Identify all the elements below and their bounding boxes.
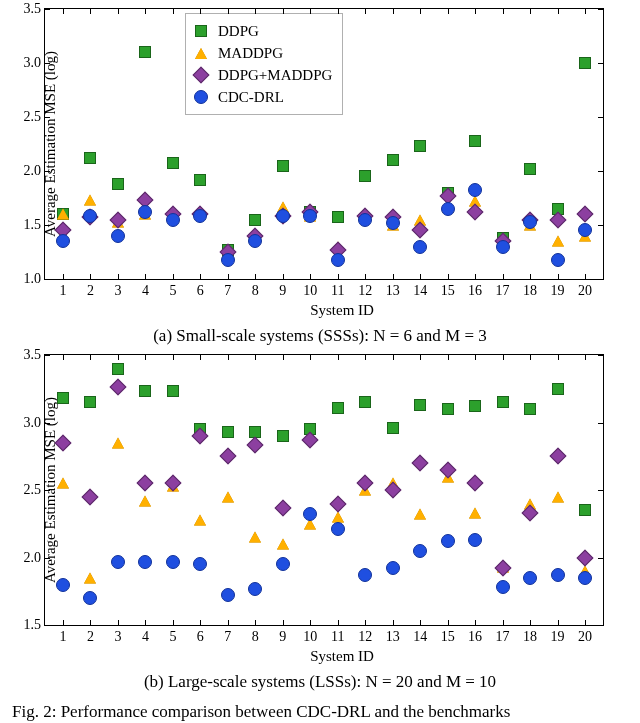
xtick-label: 6	[186, 629, 214, 645]
xtick-label: 19	[544, 629, 572, 645]
data-point	[221, 253, 235, 267]
data-point	[331, 253, 345, 267]
data-point	[247, 437, 264, 454]
legend-maddpg: MADDPG	[218, 45, 283, 62]
data-point	[249, 532, 261, 543]
data-point	[166, 555, 180, 569]
xtick-label: 15	[434, 629, 462, 645]
ytick-label: 2.5	[0, 109, 41, 125]
xtick-label: 6	[186, 283, 214, 299]
ytick-label: 3.5	[0, 1, 41, 17]
data-point	[57, 209, 69, 220]
xtick-label: 7	[214, 283, 242, 299]
data-point	[82, 488, 99, 505]
xtick-label: 2	[76, 283, 104, 299]
data-point	[386, 561, 400, 575]
data-point	[497, 396, 509, 408]
xtick-label: 9	[269, 283, 297, 299]
data-point	[193, 209, 207, 223]
data-point	[111, 229, 125, 243]
data-point	[139, 495, 151, 506]
xtick-label: 20	[571, 283, 599, 299]
data-point	[248, 234, 262, 248]
data-point	[549, 448, 566, 465]
data-point	[332, 402, 344, 414]
data-point	[194, 174, 206, 186]
ytick-label: 3.5	[0, 347, 41, 363]
xtick-label: 11	[324, 283, 352, 299]
data-point	[277, 160, 289, 172]
data-point	[138, 555, 152, 569]
data-point	[414, 140, 426, 152]
xtick-label: 8	[241, 283, 269, 299]
data-point	[84, 572, 96, 583]
data-point	[578, 571, 592, 585]
xtick-label: 1	[49, 283, 77, 299]
data-point	[84, 195, 96, 206]
data-point	[331, 522, 345, 536]
data-point	[274, 499, 291, 516]
data-point	[277, 539, 289, 550]
data-point	[112, 178, 124, 190]
data-point	[414, 399, 426, 411]
legend-cdc-drl: CDC-DRL	[218, 89, 284, 106]
data-point	[386, 216, 400, 230]
xtick-label: 9	[269, 629, 297, 645]
data-point	[523, 215, 537, 229]
data-point	[137, 475, 154, 492]
data-point	[551, 253, 565, 267]
data-point	[469, 400, 481, 412]
data-point	[467, 475, 484, 492]
xtick-label: 5	[159, 283, 187, 299]
xtick-label: 15	[434, 283, 462, 299]
data-point	[359, 170, 371, 182]
data-point	[358, 213, 372, 227]
data-point	[84, 396, 96, 408]
xtick-label: 17	[489, 629, 517, 645]
xtick-label: 10	[296, 629, 324, 645]
xtick-label: 8	[241, 629, 269, 645]
data-point	[413, 544, 427, 558]
data-point	[468, 183, 482, 197]
data-point	[577, 549, 594, 566]
xtick-label: 16	[461, 283, 489, 299]
data-point	[222, 426, 234, 438]
data-point	[112, 363, 124, 375]
xtick-label: 14	[406, 283, 434, 299]
xtick-label: 13	[379, 283, 407, 299]
data-point	[139, 385, 151, 397]
data-point	[56, 578, 70, 592]
data-point	[579, 504, 591, 516]
xtick-label: 11	[324, 629, 352, 645]
data-point	[111, 555, 125, 569]
xtick-label: 4	[131, 629, 159, 645]
data-point	[56, 234, 70, 248]
xtick-label: 4	[131, 283, 159, 299]
data-point	[55, 434, 72, 451]
data-point	[167, 157, 179, 169]
ytick-label: 1.0	[0, 271, 41, 287]
data-point	[469, 135, 481, 147]
data-point	[358, 568, 372, 582]
data-point	[551, 568, 565, 582]
data-point	[219, 448, 236, 465]
data-point	[57, 392, 69, 404]
figure-b: Average Estimation MSE (log) 1.52.02.53.…	[44, 354, 640, 626]
data-point	[387, 154, 399, 166]
data-point	[332, 211, 344, 223]
ytick-label: 2.5	[0, 482, 41, 498]
ytick-label: 3.0	[0, 55, 41, 71]
data-point	[139, 46, 151, 58]
xtick-label: 5	[159, 629, 187, 645]
xtick-label: 14	[406, 629, 434, 645]
xtick-label: 1	[49, 629, 77, 645]
data-point	[579, 57, 591, 69]
data-point	[138, 205, 152, 219]
data-point	[577, 206, 594, 223]
data-point	[578, 223, 592, 237]
data-point	[359, 396, 371, 408]
xtick-label: 20	[571, 629, 599, 645]
xtick-label: 16	[461, 629, 489, 645]
data-point	[248, 582, 262, 596]
xtick-label: 10	[296, 283, 324, 299]
